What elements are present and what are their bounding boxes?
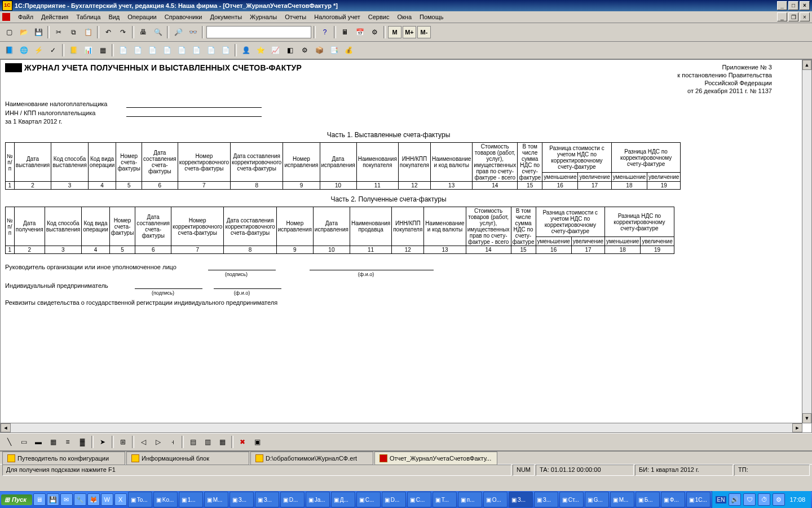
ql-ff-icon[interactable]: 🦊 <box>87 493 100 506</box>
menu-operations[interactable]: Операции <box>124 12 160 21</box>
taskbar-task[interactable]: ▣О... <box>483 492 508 507</box>
ql-word-icon[interactable]: W <box>101 493 113 506</box>
undo-icon[interactable]: ↶ <box>102 25 115 39</box>
post-icon[interactable]: ✓ <box>46 43 60 57</box>
menu-service[interactable]: Сервис <box>365 12 393 21</box>
search-input[interactable] <box>206 26 311 38</box>
scroll-right-icon[interactable]: ► <box>792 423 802 432</box>
redo-icon[interactable]: ↷ <box>116 25 130 39</box>
star-icon[interactable]: ⭐ <box>254 43 267 57</box>
calc-icon[interactable]: 🖩 <box>338 25 352 39</box>
report-icon[interactable]: 📑 <box>327 43 341 57</box>
mdi-sys-icon[interactable] <box>2 13 10 21</box>
gear-icon[interactable]: ⚙ <box>298 43 311 57</box>
m-button[interactable]: M <box>388 26 401 38</box>
menu-view[interactable]: Вид <box>105 12 123 21</box>
doc6-icon[interactable]: 📄 <box>189 43 203 57</box>
tray-icon-3[interactable]: ⏱ <box>758 493 770 506</box>
pointer-icon[interactable]: ➤ <box>96 435 109 449</box>
table-icon[interactable]: ⊞ <box>116 435 130 449</box>
taskbar-task[interactable]: ▣Ф... <box>661 492 685 507</box>
horizontal-scrollbar[interactable]: ◄ ► <box>1 423 802 432</box>
taskbar-task[interactable]: ▣Ja... <box>306 492 330 507</box>
doc7-icon[interactable]: 📄 <box>204 43 218 57</box>
doc4-icon[interactable]: 📄 <box>160 43 174 57</box>
find-icon[interactable]: 🔎 <box>171 25 185 39</box>
guide-icon[interactable]: 📘 <box>2 43 16 57</box>
taskbar-task[interactable]: ▣To... <box>128 492 152 507</box>
doc3-icon[interactable]: 📄 <box>145 43 159 57</box>
grid-icon[interactable]: ▦ <box>96 43 109 57</box>
cube-icon[interactable]: ◧ <box>283 43 297 57</box>
calendar-icon[interactable]: 📅 <box>353 25 367 39</box>
taskbar-task[interactable]: ▣1... <box>179 492 203 507</box>
taskbar-task[interactable]: ▣D... <box>382 492 406 507</box>
ql-save-icon[interactable]: 💾 <box>47 493 59 506</box>
ql-tool-icon[interactable]: 🔧 <box>74 493 86 506</box>
menu-windows[interactable]: Окна <box>394 12 415 21</box>
taskbar-task[interactable]: ▣З... <box>534 492 558 507</box>
doc5-icon[interactable]: 📄 <box>175 43 188 57</box>
shade-icon[interactable]: ▦ <box>46 435 60 449</box>
user-icon[interactable]: 👤 <box>239 43 253 57</box>
chart-icon[interactable]: 📈 <box>268 43 282 57</box>
menu-help[interactable]: Помощь <box>416 12 447 21</box>
taskbar-task[interactable]: ▣Б... <box>636 492 660 507</box>
taskbar-task[interactable]: ▣G... <box>585 492 609 507</box>
tab-guide[interactable]: Путеводитель по конфигурации <box>2 452 125 465</box>
tab-ert[interactable]: D:\обработкимои\ЖурналСФ.ert <box>250 452 373 465</box>
check-icon[interactable]: ▣ <box>250 435 264 449</box>
menu-actions[interactable]: Действия <box>38 12 72 21</box>
vertical-scrollbar[interactable]: ▲ ▼ <box>802 60 811 423</box>
prev-icon[interactable]: ◁ <box>136 435 150 449</box>
tab-info[interactable]: Информационный блок <box>126 452 249 465</box>
menu-journals[interactable]: Журналы <box>246 12 280 21</box>
cut-icon[interactable]: ✂ <box>52 25 65 39</box>
ql-desktop-icon[interactable]: 🖥 <box>33 493 46 506</box>
new-doc-icon[interactable]: ▢ <box>2 25 16 39</box>
tax-icon[interactable]: 💰 <box>342 43 355 57</box>
taskbar-task[interactable]: ▣М... <box>204 492 228 507</box>
close-button[interactable]: × <box>800 1 810 10</box>
fill-icon[interactable]: ▓ <box>76 435 89 449</box>
rect-icon[interactable]: ▭ <box>17 435 30 449</box>
help-icon[interactable]: ? <box>318 25 332 39</box>
box-icon[interactable]: 📦 <box>312 43 326 57</box>
start-button[interactable]: ⊞ Пуск <box>1 494 32 505</box>
mdi-close-button[interactable]: × <box>800 12 810 21</box>
taskbar-task[interactable]: ▣Ko... <box>153 492 178 507</box>
mdi-minimize-button[interactable]: _ <box>777 12 787 21</box>
taskbar-task[interactable]: ▣D... <box>280 492 304 507</box>
taskbar-task[interactable]: ▣З... <box>255 492 279 507</box>
taskbar-task[interactable]: ▣Д... <box>331 492 355 507</box>
minimize-button[interactable]: _ <box>777 1 787 10</box>
align-icon[interactable]: ≡ <box>61 435 74 449</box>
taskbar-task[interactable]: ▣1С... <box>686 492 710 507</box>
scroll-down-icon[interactable]: ▼ <box>802 413 811 423</box>
taskbar-task[interactable]: ▣п... <box>458 492 482 507</box>
doc1-icon[interactable]: 📄 <box>116 43 130 57</box>
m-plus-button[interactable]: M+ <box>403 26 416 38</box>
tab-report[interactable]: Отчет_ЖурналУчетаСчетовФакту... <box>374 452 497 465</box>
split-icon[interactable]: ⫞ <box>166 435 179 449</box>
maximize-button[interactable]: □ <box>788 1 798 10</box>
copy-icon[interactable]: ⧉ <box>67 25 80 39</box>
tray-icon-1[interactable]: 🔊 <box>729 493 741 506</box>
rect2-icon[interactable]: ▬ <box>32 435 45 449</box>
grid3-icon[interactable]: ▦ <box>215 435 229 449</box>
taskbar-task[interactable]: ▣С... <box>407 492 431 507</box>
m-minus-button[interactable]: M- <box>417 26 431 38</box>
ops-icon[interactable]: ⚡ <box>32 43 45 57</box>
tray-icon-4[interactable]: ⚙ <box>773 493 785 506</box>
binocular-icon[interactable]: 👓 <box>186 25 200 39</box>
scroll-left-icon[interactable]: ◄ <box>1 423 11 432</box>
taskbar-task[interactable]: ▣Т... <box>433 492 457 507</box>
tree-icon[interactable]: 🌐 <box>17 43 30 57</box>
journal-icon[interactable]: 📒 <box>67 43 80 57</box>
tool-icon[interactable]: ⚙ <box>368 25 381 39</box>
taskbar-task[interactable]: ▣С... <box>356 492 381 507</box>
taskbar-task[interactable]: ▣З... <box>230 492 254 507</box>
open-icon[interactable]: 📂 <box>17 25 30 39</box>
taskbar-clock[interactable]: 17:08 <box>787 496 807 503</box>
grid2-icon[interactable]: ▥ <box>201 435 214 449</box>
